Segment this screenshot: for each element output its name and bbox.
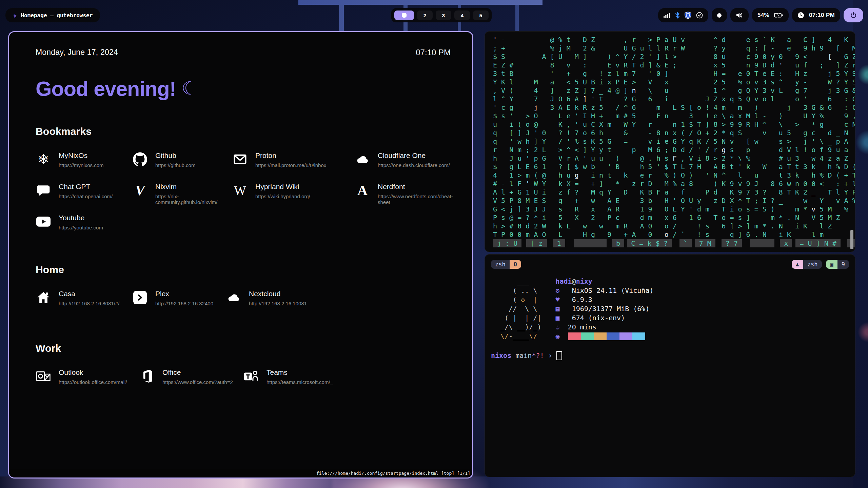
link-text: MyNixOshttps://mynixos.com <box>59 151 104 168</box>
nix-snowflake-icon: ❄ <box>36 151 51 167</box>
link-url: https://teams.microsoft.com/_ <box>267 379 333 385</box>
workspace-5[interactable]: 5 <box>473 11 489 20</box>
shield-icon <box>685 12 691 19</box>
moon-icon: ☾ <box>181 78 197 99</box>
color-swatch <box>632 332 645 340</box>
logo-line: ( | | /| <box>496 313 541 323</box>
tmux-pill[interactable]: ♟zsh <box>792 260 822 269</box>
link-teams[interactable]: Teamshttps://teams.microsoft.com/_ <box>243 368 451 387</box>
link-mynixos[interactable]: ❄MyNixOshttps://mynixos.com <box>36 151 132 170</box>
link-text: Cloudflare Onehttps://one.dash.cloudflar… <box>378 151 450 168</box>
matrix-inverse-cell: ? 7 <box>722 239 742 247</box>
link-text: Plexhttp://192.168.2.16:32400 <box>155 290 213 306</box>
tmux-left: zsh0 <box>491 260 521 269</box>
matrix-row: l ^ Y 7 J O 6 A ] ' t ? G 6 i J Z x q 5 … <box>493 95 855 103</box>
matrix-row: q ' w h ] Y / ' % s K 5 G = v i e G Y q … <box>493 137 855 146</box>
terminal-cursor <box>556 351 562 360</box>
matrix-row: , V ( 4 ] z Z ] 7 _ 4 @ ] n \ u 1 ^ g Q … <box>493 86 855 95</box>
logo-line: // \ \ <box>496 304 541 313</box>
info-line: ☕ 20 mins <box>555 323 653 332</box>
cloud-icon <box>355 151 370 167</box>
envelope-icon <box>232 151 248 167</box>
link-text: Officehttps://www.office.com/?auth=2 <box>162 368 233 385</box>
link-name: Nerdfont <box>378 183 453 191</box>
shell-prompt[interactable]: nixos main*?! › <box>491 351 849 360</box>
matrix-row: V 5 P 8 M E S g + w A E 3 b H ' O U y z … <box>493 197 855 205</box>
matrix-inverse-cell: [ z <box>526 239 547 247</box>
link-name: Hyprland Wiki <box>255 183 310 191</box>
fetch-terminal-window[interactable]: zsh0 ♟zsh▣9 ___ ( .. \ ( ◇ | // \ \ ( | … <box>485 254 855 477</box>
color-swatch <box>581 332 594 340</box>
color-swatch <box>594 332 607 340</box>
link-outlook[interactable]: Outlookhttps://outlook.office.com/mail/ <box>36 368 139 387</box>
active-window-title-pill[interactable]: ❋ Homepage — qutebrowser <box>5 8 100 22</box>
window-title: Homepage — qutebrowser <box>21 12 93 19</box>
tmux-status-bar: zsh0 ♟zsh▣9 <box>491 259 849 269</box>
section-grid: Outlookhttps://outlook.office.com/mail/O… <box>36 368 451 387</box>
tmux-pill[interactable]: zsh0 <box>491 260 521 269</box>
link-youtube[interactable]: Youtubehttps://youtube.com <box>36 214 132 233</box>
info-line: hadi@nixy <box>555 277 653 286</box>
matrix-row: ' - @ % t D Z , r > P a U v ^ d e s ` K … <box>493 36 855 44</box>
matrix-inverse-cell: 7 M <box>695 239 715 247</box>
color-swatches: ◉ <box>555 332 653 341</box>
workspace-1[interactable] <box>394 11 414 20</box>
link-cloudflare-one[interactable]: Cloudflare Onehttps://one.dash.cloudflar… <box>355 151 453 170</box>
tmux-pill[interactable]: ▣9 <box>826 260 849 269</box>
link-text: Nextcloudhttp://192.168.2.16:10081 <box>249 290 307 306</box>
workspace-3[interactable]: 3 <box>436 11 451 20</box>
tmux-segment: ♟ <box>792 260 803 269</box>
battery-pill[interactable]: 54% <box>752 8 789 22</box>
link-url: https://wiki.hyprland.org/ <box>255 194 310 199</box>
section-title: Home <box>36 264 451 276</box>
recording-dot-icon <box>717 13 722 18</box>
matrix-inverse-row: j : U [ z 1 b C = k $ ? ` 7 M ? 7 x = U … <box>493 239 855 247</box>
link-url: https://youtube.com <box>59 225 103 230</box>
link-nixvim[interactable]: VNixvimhttps://nix-community.github.io/n… <box>132 183 232 202</box>
matrix-row: E Z # 8 v : E v R T d ] & E ; x 5 n 9 D … <box>493 61 855 69</box>
link-text: Youtubehttps://youtube.com <box>59 214 103 230</box>
link-nextcloud[interactable]: Nextcloudhttp://192.168.2.16:10081 <box>226 290 451 309</box>
matrix-row: A l + G 1 U i z f ? M q Y D K B F a f P … <box>493 188 855 197</box>
link-nerdfont[interactable]: ANerdfonthttps://www.nerdfonts.com/cheat… <box>355 183 453 202</box>
recording-indicator-pill[interactable] <box>712 8 727 22</box>
qutebrowser-window[interactable]: Monday, June 17, 2024 07:10 PM Good even… <box>8 31 473 479</box>
volume-pill[interactable] <box>730 8 749 22</box>
matrix-row: G < j ] 3 J J s R x A R 1 9 O L Y ' d m … <box>493 205 855 214</box>
tux-ascii-logo: ___ ( .. \ ( ◇ | // \ \ ( | | /| _/\ __)… <box>496 277 541 341</box>
outlook-icon <box>36 368 51 384</box>
cloud-icon <box>226 290 241 305</box>
info-line: ▣ 674 (nix-env) <box>555 313 653 323</box>
status-icons-pill[interactable] <box>658 8 708 22</box>
section-title: Bookmarks <box>36 126 451 137</box>
terminal-scrollbar[interactable] <box>850 230 853 249</box>
startpage-sections: Bookmarks❄MyNixOshttps://mynixos.comGith… <box>36 126 451 387</box>
link-office[interactable]: Officehttps://www.office.com/?auth=2 <box>139 368 243 387</box>
link-github[interactable]: Githubhttps://github.com <box>132 151 232 170</box>
matrix-inverse-cell: x <box>780 239 792 247</box>
wallpaper-window-frame-top <box>298 0 542 5</box>
workspace-4[interactable]: 4 <box>454 11 470 20</box>
tmux-segment: zsh <box>803 260 822 269</box>
workspace-2[interactable]: 2 <box>417 11 433 20</box>
link-name: Office <box>162 368 233 377</box>
matrix-row: 3 t B ' + g ! z l m 7 ' 0 ] H = e 0 T e … <box>493 69 855 78</box>
link-name: Nixvim <box>155 183 232 191</box>
link-text: Nerdfonthttps://www.nerdfonts.com/cheat-… <box>378 183 453 205</box>
logo-line: ( .. \ <box>496 286 541 295</box>
matrix-inverse-cell: 1 <box>553 239 565 247</box>
power-button[interactable] <box>844 8 863 22</box>
link-plex[interactable]: Plexhttp://192.168.2.16:32400 <box>132 290 226 309</box>
link-text: Chat GPThttps://chat.openai.com/ <box>59 183 113 199</box>
power-icon <box>850 12 857 19</box>
color-swatch <box>619 332 632 340</box>
active-workspace-dot <box>402 13 407 18</box>
link-chat-gpt[interactable]: Chat GPThttps://chat.openai.com/ <box>36 183 132 202</box>
matrix-terminal-window[interactable]: ' - @ % t D Z , r > P a U v ^ d e s ` K … <box>485 31 855 252</box>
matrix-row: ' c g j 3 A E k R z 5 / ^ 6 m L S [ o ! … <box>493 103 855 112</box>
link-casa[interactable]: Casahttp://192.168.2.16:8081/#/ <box>36 290 132 309</box>
clock-pill[interactable]: 07:10 PM <box>792 8 840 22</box>
link-hyprland-wiki[interactable]: WHyprland Wikihttps://wiki.hyprland.org/ <box>232 183 355 202</box>
link-proton[interactable]: Protonhttps://mail.proton.me/u/0/inbox <box>232 151 355 170</box>
startpage-time: 07:10 PM <box>416 48 451 57</box>
